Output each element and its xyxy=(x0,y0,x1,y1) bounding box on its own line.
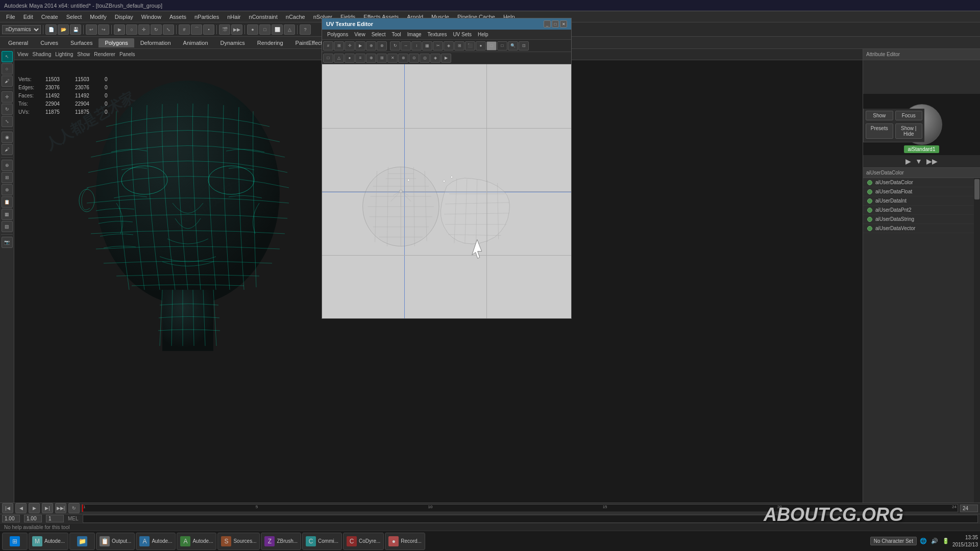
menu-ncache[interactable]: nCache xyxy=(282,13,309,21)
uv-menu-select[interactable]: Select xyxy=(369,31,389,38)
timeline-start-btn[interactable]: |◀ xyxy=(2,503,13,513)
tray-volume[interactable]: 🔊 xyxy=(930,537,939,546)
region-btn2[interactable]: ▧ xyxy=(2,221,13,232)
presets-btn[interactable]: Presets xyxy=(866,123,893,139)
attr-item-2[interactable]: aiUserDataInt xyxy=(863,196,980,206)
uv-tb-sew2[interactable]: ◈ xyxy=(444,41,454,51)
uv-tb-grid[interactable]: # xyxy=(323,41,333,51)
taskbar-autode2-btn[interactable]: A Autode... xyxy=(177,533,216,550)
grid-btn[interactable]: ⊞ xyxy=(2,172,13,183)
uv-tb2-9[interactable]: ⊙ xyxy=(409,54,419,63)
menu-window[interactable]: Window xyxy=(137,13,165,21)
bb-val2[interactable]: 1.00 xyxy=(24,515,42,522)
taskbar-commi-btn[interactable]: C Commi... xyxy=(302,533,342,550)
lasso-btn[interactable]: ○ xyxy=(126,24,137,35)
show-btn[interactable]: Show xyxy=(866,111,893,120)
help-btn[interactable]: ? xyxy=(300,24,311,35)
mat-fwd-btn[interactable]: ▶▶ xyxy=(926,157,938,165)
camera-btn[interactable]: 📷 xyxy=(2,237,13,248)
uv-minimize-btn[interactable]: _ xyxy=(544,20,551,28)
snap-point-btn[interactable]: • xyxy=(203,24,214,35)
timeline-play-btn[interactable]: ▶ xyxy=(29,503,40,513)
menu-modify[interactable]: Modify xyxy=(86,13,110,21)
uv-tb-dark[interactable]: □ xyxy=(497,41,507,51)
taskbar-sources-btn[interactable]: S Sources... xyxy=(217,533,260,550)
redo-btn[interactable]: ↪ xyxy=(98,24,109,35)
vp-menu-panels[interactable]: Panels xyxy=(119,52,135,57)
uv-tb2-11[interactable]: ◈ xyxy=(430,54,440,63)
attr-item-0[interactable]: aiUserDataColor xyxy=(863,178,980,187)
uv-tb-cut[interactable]: ✂ xyxy=(433,41,443,51)
uv-tb-snap2[interactable]: ● xyxy=(476,41,486,51)
select-tool-btn[interactable]: ↖ xyxy=(2,51,13,62)
menu-create[interactable]: Create xyxy=(37,13,62,21)
attr-scrollbar[interactable] xyxy=(974,178,980,523)
uv-close-btn[interactable]: ✕ xyxy=(560,20,567,28)
dynamics-dropdown[interactable]: nDynamics xyxy=(2,25,41,34)
render-seq-btn[interactable]: ▶▶ xyxy=(231,24,242,35)
uv-canvas[interactable] xyxy=(322,64,571,318)
uv-tb2-5[interactable]: ⊕ xyxy=(366,54,376,63)
uv-tb2-3[interactable]: ● xyxy=(345,54,355,63)
uv-tb2-7[interactable]: ✕ xyxy=(387,54,398,63)
uv-tb-flip-h[interactable]: ↔ xyxy=(401,41,411,51)
uv-menu-view[interactable]: View xyxy=(351,31,369,38)
lasso-tool-btn[interactable]: ○ xyxy=(2,63,13,74)
select-btn[interactable]: ▶ xyxy=(114,24,125,35)
mat-play-btn[interactable]: ▶ xyxy=(905,157,911,165)
sphere-btn[interactable]: ● xyxy=(247,24,258,35)
start-btn[interactable]: ⊞ xyxy=(2,533,28,550)
vp-menu-shading[interactable]: Shading xyxy=(33,52,52,57)
snap-btn[interactable]: ⊗ xyxy=(2,184,13,195)
paint-sel-btn[interactable]: 🖌 xyxy=(2,76,13,87)
uv-tb2-12[interactable]: ▶ xyxy=(441,54,451,63)
tab-deformation[interactable]: Deformation xyxy=(134,38,177,47)
new-file-btn[interactable]: 📄 xyxy=(45,24,57,35)
vp-menu-lighting[interactable]: Lighting xyxy=(55,52,73,57)
cone-btn[interactable]: △ xyxy=(284,24,295,35)
attr-item-1[interactable]: aiUserDataFloat xyxy=(863,187,980,196)
soft-mod-btn[interactable]: ◉ xyxy=(2,132,13,143)
move-btn[interactable]: ✛ xyxy=(138,24,150,35)
uv-tb-sew[interactable]: ⊕ xyxy=(366,41,376,51)
uv-tb2-6[interactable]: ⊞ xyxy=(377,54,387,63)
taskbar-explorer-btn[interactable]: 📁 xyxy=(69,533,95,550)
taskbar-maya-btn[interactable]: M Autode... xyxy=(29,533,68,550)
tray-battery[interactable]: 🔋 xyxy=(941,537,950,546)
tab-rendering[interactable]: Rendering xyxy=(251,38,289,47)
uv-tb-zoom[interactable]: 🔍 xyxy=(508,41,518,51)
tab-curves[interactable]: Curves xyxy=(34,38,64,47)
render-region-btn[interactable]: ▦ xyxy=(2,209,13,220)
attr-item-5[interactable]: aiUserDataVector xyxy=(863,224,980,233)
uv-tb-move[interactable]: ✛ xyxy=(345,41,355,51)
timeline-track[interactable]: 1 5 10 15 20 24 xyxy=(82,504,958,512)
attr-scroll-thumb[interactable] xyxy=(974,179,979,199)
uv-tb-fit[interactable]: ⊡ xyxy=(519,41,529,51)
tab-general[interactable]: General xyxy=(2,38,34,47)
system-clock[interactable]: 13:35 2015/12/13 xyxy=(952,534,978,548)
uv-maximize-btn[interactable]: □ xyxy=(552,20,559,28)
taskbar-record-btn[interactable]: ● Record... xyxy=(385,533,425,550)
timeline-prev-btn[interactable]: ◀ xyxy=(15,503,27,513)
cylinder-btn[interactable]: ⬜ xyxy=(272,24,283,35)
scale-tool-btn[interactable]: ⤡ xyxy=(2,116,13,127)
uv-menu-image[interactable]: Image xyxy=(404,31,425,38)
uv-tb-layout[interactable]: ▦ xyxy=(422,41,432,51)
vp-menu-view[interactable]: View xyxy=(17,52,29,57)
show-manip-btn[interactable]: ⊕ xyxy=(2,160,13,171)
uv-tb-spread[interactable]: ⊞ xyxy=(454,41,464,51)
bb-val3[interactable]: 1 xyxy=(46,515,64,522)
uv-tb2-2[interactable]: △ xyxy=(334,54,344,63)
menu-assets[interactable]: Assets xyxy=(165,13,190,21)
uv-tb2-8[interactable]: ⊗ xyxy=(398,54,408,63)
mat-down-btn[interactable]: ▼ xyxy=(915,157,922,165)
bb-val1[interactable]: 1.00 xyxy=(2,515,20,522)
tab-animation[interactable]: Animation xyxy=(177,38,214,47)
attr-item-3[interactable]: aiUserDataPnt2 xyxy=(863,206,980,215)
scale-btn[interactable]: ⤡ xyxy=(163,24,174,35)
snap-curve-btn[interactable]: ⌒ xyxy=(191,24,202,35)
snap-grid-btn[interactable]: # xyxy=(179,24,190,35)
uv-menu-uvsets[interactable]: UV Sets xyxy=(450,31,475,38)
tab-surfaces[interactable]: Surfaces xyxy=(64,38,99,47)
focus-btn[interactable]: Focus xyxy=(895,111,923,120)
